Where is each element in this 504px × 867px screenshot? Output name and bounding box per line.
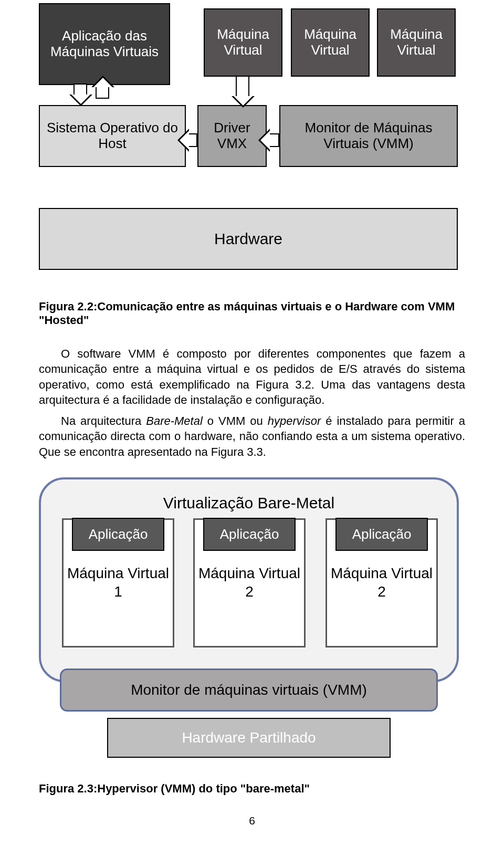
app-label-2: Aplicação xyxy=(203,518,296,551)
outer-rounded-container: Virtualização Bare-Metal Aplicação Máqui… xyxy=(39,477,459,682)
arrow-vmm-to-driver-head xyxy=(258,129,270,152)
box-app-vm: Aplicação das Máquinas Virtuais xyxy=(39,3,170,85)
vmm-bar: Monitor de máquinas virtuais (VMM) xyxy=(60,668,438,712)
figure-2-3: Virtualização Bare-Metal Aplicação Máqui… xyxy=(39,476,459,770)
vm-name-3: Máquina Virtual 2 xyxy=(327,564,436,601)
box-vm-3: Máquina Virtual xyxy=(377,8,456,77)
vm-name-2: Máquina Virtual 2 xyxy=(195,564,304,601)
bare-metal-title: Virtualização Bare-Metal xyxy=(41,494,457,512)
vm-name-1: Máquina Virtual 1 xyxy=(64,564,173,601)
box-vm-1: Máquina Virtual xyxy=(204,8,282,77)
arrow-app-to-host-shaft xyxy=(74,83,87,95)
vm-box-1: Aplicação Máquina Virtual 1 xyxy=(62,518,174,647)
label-driver-vmx: Driver VMX xyxy=(198,120,266,152)
hardware-partilhado-label: Hardware Partilhado xyxy=(182,729,316,746)
arrow-vm1-to-vmm-head xyxy=(232,96,255,108)
box-host-os: Sistema Operativo do Host xyxy=(39,105,186,167)
box-vm-2: Máquina Virtual xyxy=(291,8,370,77)
page-number: 6 xyxy=(39,814,465,827)
paragraph-2-italic-2: hypervisor xyxy=(268,414,321,427)
box-vmm: Monitor de Máquinas Virtuais (VMM) xyxy=(279,105,458,167)
vmm-bar-label: Monitor de máquinas virtuais (VMM) xyxy=(131,682,367,698)
paragraph-2-part-c: o VMM ou xyxy=(203,414,268,427)
vm-box-2: Aplicação Máquina Virtual 2 xyxy=(193,518,306,647)
app-label-3: Aplicação xyxy=(335,518,428,551)
arrow-vm1-to-vmm-shaft xyxy=(236,76,249,97)
label-hardware: Hardware xyxy=(214,230,282,248)
label-vm-2: Máquina Virtual xyxy=(292,27,369,58)
paragraph-1: O software VMM é composto por diferentes… xyxy=(39,346,465,408)
box-hardware: Hardware xyxy=(39,208,458,270)
arrow-driver-to-host-shaft xyxy=(188,133,197,147)
paragraph-2-part-a: Na arquitectura xyxy=(61,414,146,427)
arrow-driver-to-host-head xyxy=(177,129,189,152)
figure-2-2: Aplicação das Máquinas Virtuais Máquina … xyxy=(39,3,465,300)
label-vm-1: Máquina Virtual xyxy=(205,27,281,58)
arrow-app-to-host-head xyxy=(69,95,92,106)
arrow-host-to-app-shaft xyxy=(96,87,109,99)
label-host-os: Sistema Operativo do Host xyxy=(40,120,185,152)
label-vmm: Monitor de Máquinas Virtuais (VMM) xyxy=(280,120,457,152)
arrow-host-to-app-head xyxy=(91,76,114,87)
paragraph-2-italic-1: Bare-Metal xyxy=(146,414,203,427)
app-label-1: Aplicação xyxy=(72,518,164,551)
box-driver-vmx: Driver VMX xyxy=(197,105,267,167)
hardware-partilhado: Hardware Partilhado xyxy=(107,718,391,758)
caption-figure-2-2: Figura 2.2:Comunicação entre as máquinas… xyxy=(39,300,465,327)
label-vm-3: Máquina Virtual xyxy=(378,27,455,58)
paragraph-2: Na arquitectura Bare-Metal o VMM ou hype… xyxy=(39,413,465,459)
caption-figure-2-3: Figura 2.3:Hypervisor (VMM) do tipo "bar… xyxy=(39,782,465,796)
vm-box-3: Aplicação Máquina Virtual 2 xyxy=(326,518,438,647)
label-app-vm: Aplicação das Máquinas Virtuais xyxy=(40,28,169,60)
